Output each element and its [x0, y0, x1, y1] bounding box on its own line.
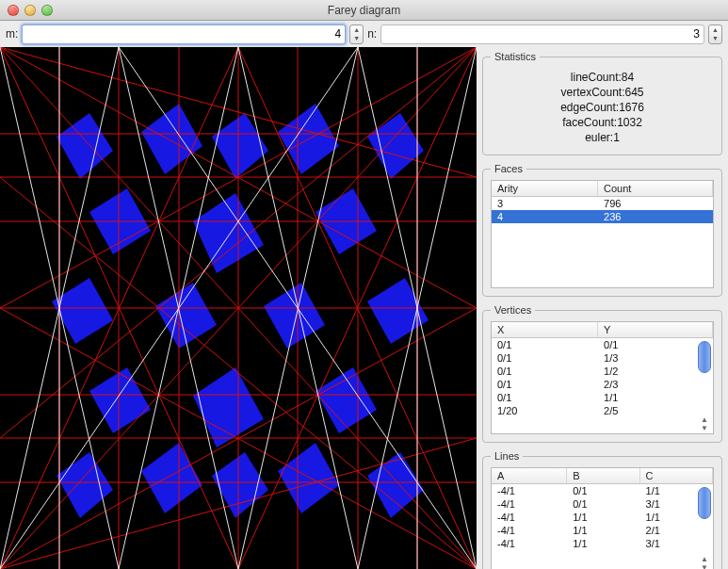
- table-row[interactable]: -4/11/13/1: [492, 537, 713, 550]
- table-row[interactable]: -4/10/13/1: [492, 497, 713, 511]
- stat-line: vertexCount:645: [491, 85, 714, 100]
- stat-line: euler:1: [491, 130, 714, 145]
- vertices-header-y[interactable]: Y: [598, 322, 713, 338]
- lines-scrollbar[interactable]: [698, 487, 711, 519]
- vertices-legend: Vertices: [491, 304, 535, 316]
- minimize-button[interactable]: [24, 5, 36, 16]
- faces-table[interactable]: Arity Count 37964236: [492, 181, 713, 223]
- table-row[interactable]: 0/11/2: [492, 365, 713, 378]
- lines-legend: Lines: [491, 450, 523, 462]
- stat-line: faceCount:1032: [491, 115, 714, 130]
- n-stepper[interactable]: ▲▼: [708, 24, 722, 44]
- vertices-table[interactable]: X Y 0/10/10/11/30/11/20/12/30/11/11/202/…: [492, 322, 713, 417]
- vertices-scroll-arrows[interactable]: ▲▼: [698, 415, 711, 432]
- m-label: m:: [6, 27, 18, 41]
- statistics-group: Statistics lineCount:84 vertexCount:645 …: [482, 51, 722, 155]
- m-input[interactable]: [22, 24, 346, 44]
- vertices-header-x[interactable]: X: [492, 322, 598, 338]
- window-titlebar: Farey diagram: [0, 0, 728, 21]
- table-row[interactable]: 1/202/5: [492, 404, 713, 417]
- n-input[interactable]: [380, 24, 704, 44]
- table-row[interactable]: -4/11/11/1: [492, 511, 713, 524]
- lines-header-c[interactable]: C: [639, 468, 712, 484]
- table-row[interactable]: 0/12/3: [492, 378, 713, 391]
- statistics-body: lineCount:84 vertexCount:645 edgeCount:1…: [491, 68, 714, 147]
- faces-group: Faces Arity Count 37964236: [482, 163, 722, 297]
- parameter-bar: m: ▲▼ n: ▲▼: [0, 21, 728, 47]
- stat-line: edgeCount:1676: [491, 100, 714, 115]
- table-row[interactable]: 0/10/1: [492, 338, 713, 352]
- lines-table[interactable]: A B C -4/10/11/1-4/10/13/1-4/11/11/1-4/1…: [492, 468, 713, 550]
- table-row[interactable]: -4/11/12/1: [492, 524, 713, 537]
- lines-header-b[interactable]: B: [567, 468, 639, 484]
- stat-line: lineCount:84: [491, 70, 714, 85]
- n-label: n:: [367, 27, 377, 41]
- window-title: Farey diagram: [328, 4, 400, 17]
- lines-header-a[interactable]: A: [492, 468, 567, 484]
- vertices-scrollbar[interactable]: [698, 341, 711, 373]
- faces-header-count[interactable]: Count: [598, 181, 713, 197]
- table-row[interactable]: 0/11/3: [492, 351, 713, 365]
- faces-header-arity[interactable]: Arity: [492, 181, 598, 197]
- vertices-group: Vertices X Y 0/10/10/11/30/11/20/12/30/1…: [482, 304, 722, 443]
- farey-diagram-canvas[interactable]: [0, 47, 477, 569]
- table-row[interactable]: 3796: [492, 197, 713, 211]
- zoom-button[interactable]: [41, 5, 53, 16]
- faces-legend: Faces: [491, 163, 526, 174]
- table-row[interactable]: 0/11/1: [492, 391, 713, 404]
- lines-group: Lines A B C -4/10/11/1-4/10/13/1-4/11/11…: [482, 450, 722, 569]
- table-row[interactable]: 4236: [492, 210, 713, 223]
- m-stepper[interactable]: ▲▼: [349, 24, 364, 44]
- table-row[interactable]: -4/10/11/1: [492, 484, 713, 498]
- close-button[interactable]: [8, 5, 19, 16]
- lines-scroll-arrows[interactable]: ▲▼: [698, 555, 711, 569]
- traffic-lights: [8, 5, 53, 16]
- statistics-legend: Statistics: [491, 51, 540, 62]
